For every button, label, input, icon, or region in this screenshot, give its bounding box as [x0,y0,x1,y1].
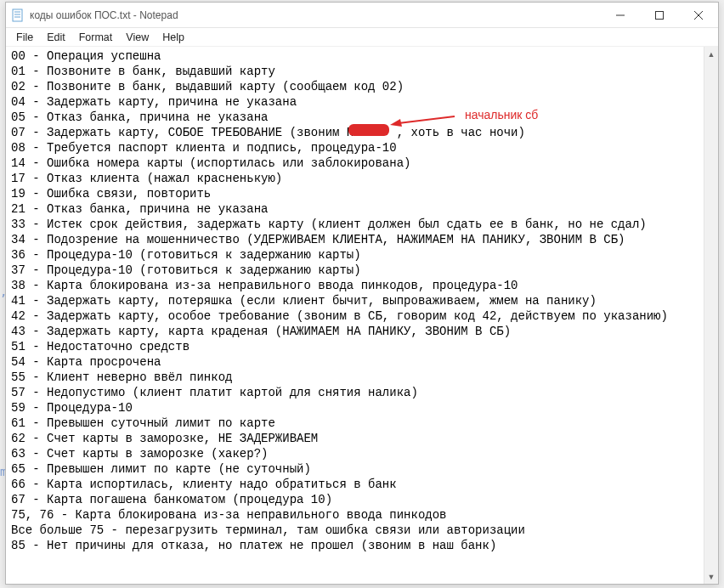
window-title: коды ошибок ПОС.txt - Notepad [30,9,601,21]
text-line: 54 - Карта просрочена [11,354,699,370]
vertical-scrollbar[interactable]: ▲ ▼ [704,47,718,584]
text-line: 65 - Превышен лимит по карте (не суточны… [11,461,699,477]
scroll-down-arrow[interactable]: ▼ [704,569,718,584]
text-line: 66 - Карта испортилась, клиенту надо обр… [11,477,699,492]
text-line: 61 - Превышен суточный лимит по карте [11,416,699,431]
menu-help[interactable]: Help [156,30,191,45]
text-line: 07 - Задержать карту, СОБОЕ ТРЕБОВАНИЕ (… [11,125,699,140]
text-line: 59 - Процедура-10 [11,400,699,416]
menu-file[interactable]: File [9,30,40,45]
svg-rect-0 [13,9,22,21]
text-line: 21 - Отказ банка, причина не указана [11,201,699,217]
text-line: 42 - Задержать карту, особое требование … [11,308,699,324]
menubar: File Edit Format View Help [6,28,718,47]
text-line: 37 - Процедура-10 (готовиться к задержан… [11,263,699,278]
text-line: 02 - Позвоните в банк, выдавший карту (с… [11,79,699,94]
notepad-icon [11,8,25,22]
text-line: 00 - Операция успешна [11,48,699,64]
close-button[interactable] [679,3,718,27]
text-line: 43 - Задержать карту, карта краденая (НА… [11,324,699,339]
text-line: 17 - Отказ клиента (нажал красненькую) [11,171,699,186]
text-line: 38 - Карта блокирована из-за неправильно… [11,278,699,293]
menu-format[interactable]: Format [72,30,120,45]
text-line: 55 - Клиент неверно ввёл пинкод [11,370,699,385]
text-line: 19 - Ошибка связи, повторить [11,186,699,201]
text-line: 41 - Задержать карту, потеряшка (если кл… [11,293,699,308]
text-line: 14 - Ошибка номера карты (испортилась ил… [11,155,699,171]
text-line: 08 - Требуется паспорт клиента и подпись… [11,140,699,155]
text-line: 36 - Процедура-10 (готовиться к задержан… [11,247,699,263]
text-line: 62 - Счет карты в заморозке, НЕ ЗАДЕРЖИВ… [11,431,699,446]
text-line: 85 - Нет причины для отказа, но платеж н… [11,538,699,553]
scroll-up-arrow[interactable]: ▲ [704,47,718,61]
minimize-button[interactable] [601,3,640,27]
menu-view[interactable]: View [119,30,156,45]
editor-area: 00 - Операция успешна01 - Позвоните в ба… [6,47,718,584]
text-line: 01 - Позвоните в банк, выдавший карту [11,64,699,79]
menu-edit[interactable]: Edit [40,30,72,45]
text-line: 05 - Отказ банка, причина не указана [11,110,699,125]
maximize-button[interactable] [640,3,679,27]
titlebar[interactable]: коды ошибок ПОС.txt - Notepad [6,3,718,28]
text-line: 34 - Подозрение на мошенничество (УДЕРЖИ… [11,232,699,247]
text-line: 63 - Счет карты в заморозке (хакер?) [11,446,699,461]
text-line: Все больше 75 - перезагрузить терминал, … [11,523,699,538]
svg-rect-5 [656,11,664,19]
text-content[interactable]: 00 - Операция успешна01 - Позвоните в ба… [8,47,703,584]
text-line: 67 - Карта погашена банкоматом (процедур… [11,492,699,507]
text-line: 51 - Недостаточно средств [11,339,699,354]
text-line: 33 - Истек срок действия, задержать карт… [11,217,699,232]
notepad-window: коды ошибок ПОС.txt - Notepad File Edit … [5,2,719,585]
scroll-track[interactable] [704,61,718,569]
text-line: 75, 76 - Карта блокирована из-за неправи… [11,507,699,523]
window-controls [601,3,718,27]
text-line: 57 - Недопустимо (клиент платит картой д… [11,385,699,400]
text-line: 04 - Задержать карту, причина не указана [11,94,699,110]
